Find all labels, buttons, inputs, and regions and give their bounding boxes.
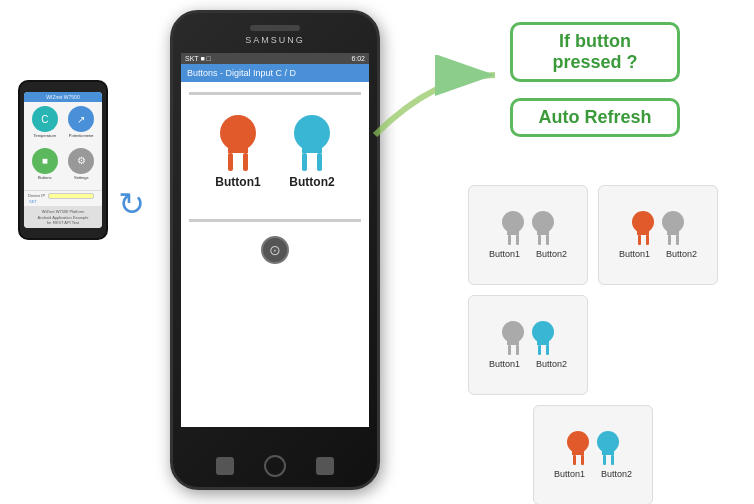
back-button[interactable] [216,457,234,475]
screen-header: Buttons - Digital Input C / D [181,64,369,82]
panel3-btn2-label: Button2 [536,359,567,369]
phone-nav-buttons [216,455,334,477]
carrier: SKT ■ □ [185,55,211,62]
small-phone: WIZnet W7500 C Temperature ↗ Potentiomet… [18,80,108,240]
btn-icon: ■ [32,148,58,174]
callout-pressed-text: If buttonpressed ? [552,31,637,72]
mini-led-orange-p4 [567,431,589,465]
panel2-buttons [632,211,684,245]
big-phone: SAMSUNG SKT ■ □ 6:02 Buttons - Digital I… [170,10,380,490]
mini-led-orange-p2 [632,211,654,245]
mini-led-cyan-leg1-p3 [538,345,541,355]
panel1-btn2-label: Button2 [536,249,567,259]
mini-led-cyan-head-p4 [597,431,619,453]
mini-led-orange-leg1-p4 [573,455,576,465]
home-nav-button[interactable] [264,455,286,477]
led-cyan-legs [290,153,334,171]
mini-led-gray-2 [532,211,554,245]
led-orange-icon [216,115,260,169]
led-orange-legs [216,153,260,171]
mini-led-cyan-legs-p4 [603,455,614,465]
panel1-btn1-label: Button1 [489,249,520,259]
panel3-buttons [502,321,554,355]
mini-led-cyan-leg2-p3 [546,345,549,355]
statusbar: SKT ■ □ 6:02 [181,53,369,64]
small-phone-screen: WIZnet W7500 C Temperature ↗ Potentiomet… [24,92,102,228]
panel1-labels: Button1 Button2 [489,249,567,259]
mini-led-gray-p2 [662,211,684,245]
small-screen-grid: C Temperature ↗ Potentiometer ■ Buttons … [24,102,102,190]
callout-pressed-box: If buttonpressed ? [510,22,680,82]
buttons-container: Button1 Button2 [181,105,369,199]
home-button[interactable]: ⊙ [261,236,289,264]
mini-led-orange-head-p4 [567,431,589,453]
mini-led-gray-leg2-1 [516,235,519,245]
mini-led-gray-1 [502,211,524,245]
mini-led-orange-leg1-p2 [638,235,641,245]
state-panel-btn1-on: Button1 Button2 [598,185,718,285]
samsung-label: SAMSUNG [245,35,305,45]
mini-led-cyan-p3 [532,321,554,355]
mini-led-gray-head-p3 [502,321,524,343]
mini-led-orange-legs-p2 [638,235,649,245]
time: 6:02 [351,55,365,62]
top-divider [189,92,361,95]
button2-label: Button2 [289,175,334,189]
small-screen-header: WIZnet W7500 [24,92,102,102]
mini-led-gray-leg1-p3 [508,345,511,355]
small-screen-device: Device IP SET [24,190,102,206]
led-cyan-head [294,115,330,151]
callout-refresh-text: Auto Refresh [538,107,651,127]
led-orange-head [220,115,256,151]
callout-refresh-box: Auto Refresh [510,98,680,137]
settings-icon: ⚙ [68,148,94,174]
mini-led-gray-legs-1 [508,235,519,245]
mini-led-gray-leg1-1 [508,235,511,245]
button1-icon[interactable]: Button1 [215,115,260,189]
pot-icon: ↗ [68,106,94,132]
panel2-btn2-label: Button2 [666,249,697,259]
mini-led-cyan-head-p3 [532,321,554,343]
mini-led-gray-leg2-p3 [516,345,519,355]
mini-led-gray-legs-p2 [668,235,679,245]
mini-led-cyan-legs-p3 [538,345,549,355]
mini-led-gray-head-p2 [662,211,684,233]
mini-led-cyan-p4 [597,431,619,465]
mini-led-gray-head-2 [532,211,554,233]
led-cyan-leg2 [317,153,322,171]
panel3-btn1-label: Button1 [489,359,520,369]
panel1-buttons [502,211,554,245]
mini-led-gray-leg2-2 [546,235,549,245]
mini-led-orange-leg2-p4 [581,455,584,465]
panel4-buttons [567,431,619,465]
led-orange-leg2 [243,153,248,171]
mini-led-gray-p3 [502,321,524,355]
sync-arrow-icon: ↺ [118,185,145,223]
state-panels-grid: Button1 Button2 Button1 Bu [468,185,718,504]
temp-icon: C [32,106,58,132]
mini-led-orange-head-p2 [632,211,654,233]
home-area: ⊙ [181,232,369,268]
speaker [250,25,300,31]
mini-led-orange-legs-p4 [573,455,584,465]
mini-led-gray-legs-2 [538,235,549,245]
panel4-labels: Button1 Button2 [554,469,632,479]
mini-led-gray-leg2-p2 [676,235,679,245]
panel4-btn1-label: Button1 [554,469,585,479]
led-cyan-icon [290,115,334,169]
panel2-btn1-label: Button1 [619,249,650,259]
button2-icon[interactable]: Button2 [289,115,334,189]
state-panel-both-on: Button1 Button2 [533,405,653,504]
mini-led-gray-leg1-p2 [668,235,671,245]
led-orange-leg1 [228,153,233,171]
mini-led-gray-head-1 [502,211,524,233]
panel2-labels: Button1 Button2 [619,249,697,259]
button1-label: Button1 [215,175,260,189]
big-phone-body: SAMSUNG SKT ■ □ 6:02 Buttons - Digital I… [170,10,380,490]
small-screen-bottom: WIZnet W7500 PlatformAndroid Application… [24,206,102,228]
state-panel-both-off: Button1 Button2 [468,185,588,285]
small-phone-body: WIZnet W7500 C Temperature ↗ Potentiomet… [18,80,108,240]
panel3-labels: Button1 Button2 [489,359,567,369]
recent-button[interactable] [316,457,334,475]
mini-led-cyan-leg2-p4 [611,455,614,465]
